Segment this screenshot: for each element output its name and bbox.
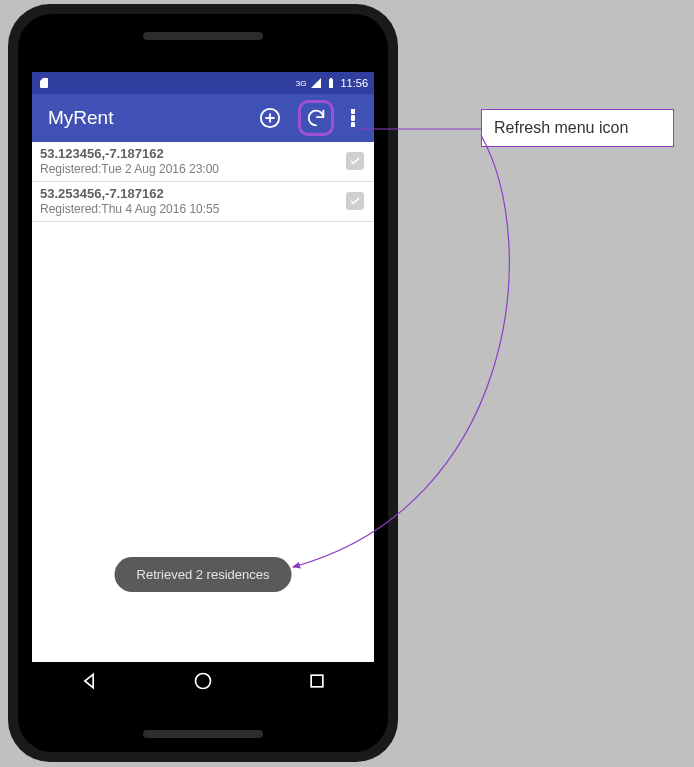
toast-message: Retrieved 2 residences: [115, 557, 292, 592]
home-circle-icon: [193, 671, 213, 691]
recents-button[interactable]: [307, 671, 327, 695]
content-area: 53.123456,-7.187162 Registered:Tue 2 Aug…: [32, 142, 374, 662]
overflow-menu-button[interactable]: [344, 100, 362, 136]
signal-icon: [310, 77, 322, 89]
status-bar: 3G 11:56: [32, 72, 374, 94]
recents-square-icon: [307, 671, 327, 691]
residence-registered: Registered:Tue 2 Aug 2016 23:00: [40, 162, 346, 176]
app-title: MyRent: [48, 107, 242, 129]
battery-icon: [325, 77, 337, 89]
more-vert-icon: [351, 109, 355, 127]
sd-card-icon: [38, 77, 50, 89]
back-triangle-icon: [79, 671, 99, 691]
plus-circle-icon: [259, 107, 281, 129]
list-item[interactable]: 53.123456,-7.187162 Registered:Tue 2 Aug…: [32, 142, 374, 182]
svg-point-5: [351, 123, 355, 127]
screen: 3G 11:56 MyRent: [32, 72, 374, 704]
phone-frame: 3G 11:56 MyRent: [8, 4, 398, 762]
clock-label: 11:56: [340, 77, 368, 89]
annotation-label: Refresh menu icon: [481, 109, 674, 147]
svg-point-3: [351, 109, 355, 113]
list-item[interactable]: 53.253456,-7.187162 Registered:Thu 4 Aug…: [32, 182, 374, 222]
check-icon: [349, 195, 361, 207]
refresh-button[interactable]: [298, 100, 334, 136]
residence-coords: 53.123456,-7.187162: [40, 146, 346, 161]
network-type-label: 3G: [296, 79, 307, 88]
action-bar: MyRent: [32, 94, 374, 142]
checkbox[interactable]: [346, 152, 364, 170]
speaker-grille-top: [143, 32, 263, 40]
add-button[interactable]: [252, 100, 288, 136]
refresh-icon: [305, 107, 327, 129]
svg-point-6: [196, 674, 211, 689]
svg-point-4: [351, 116, 355, 120]
navigation-bar: [32, 662, 374, 704]
home-button[interactable]: [193, 671, 213, 695]
check-icon: [349, 155, 361, 167]
speaker-grille-bottom: [143, 730, 263, 738]
phone-bezel: 3G 11:56 MyRent: [18, 14, 388, 752]
residence-registered: Registered:Thu 4 Aug 2016 10:55: [40, 202, 346, 216]
residence-coords: 53.253456,-7.187162: [40, 186, 346, 201]
back-button[interactable]: [79, 671, 99, 695]
svg-rect-7: [311, 675, 323, 687]
checkbox[interactable]: [346, 192, 364, 210]
